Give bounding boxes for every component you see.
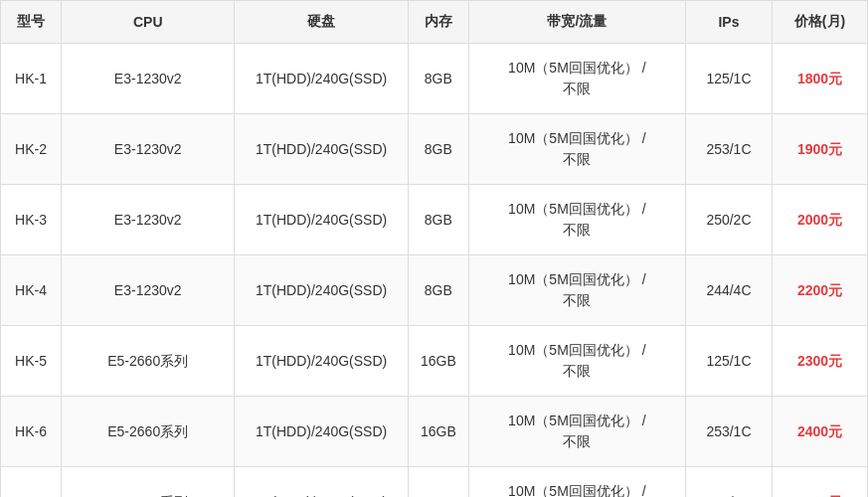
cell-ram: 8GB: [408, 114, 468, 185]
col-header-type: 型号: [1, 1, 62, 44]
cell-cpu: E5-2660系列: [62, 326, 235, 397]
table-row: HK-4E3-1230v21T(HDD)/240G(SSD)8GB10M（5M回…: [1, 255, 868, 326]
cell-type: HK-3: [1, 185, 62, 255]
table-row: HK-7E5-2660系列1T(HDD)/240G(SSD)16GB10M（5M…: [1, 467, 868, 498]
cell-bandwidth: 10M（5M回国优化） /不限: [468, 397, 685, 467]
cell-bandwidth: 10M（5M回国优化） /不限: [468, 44, 685, 114]
cell-ips: 125/1C: [685, 326, 772, 397]
col-header-disk: 硬盘: [235, 1, 408, 44]
cell-price: 1900元: [773, 114, 868, 185]
table-row: HK-1E3-1230v21T(HDD)/240G(SSD)8GB10M（5M回…: [1, 44, 868, 114]
cell-type: HK-2: [1, 114, 62, 185]
cell-price: 2200元: [773, 255, 868, 326]
cell-ram: 8GB: [408, 255, 468, 326]
table-row: HK-2E3-1230v21T(HDD)/240G(SSD)8GB10M（5M回…: [1, 114, 868, 185]
cell-disk: 1T(HDD)/240G(SSD): [235, 255, 408, 326]
cell-ram: 16GB: [408, 397, 468, 467]
cell-type: HK-4: [1, 255, 62, 326]
cell-disk: 1T(HDD)/240G(SSD): [235, 397, 408, 467]
col-header-ram: 内存: [408, 1, 468, 44]
table-row: HK-3E3-1230v21T(HDD)/240G(SSD)8GB10M（5M回…: [1, 185, 868, 255]
cell-ram: 16GB: [408, 326, 468, 397]
cell-type: HK-1: [1, 44, 62, 114]
cell-ips: 253/1C: [685, 114, 772, 185]
cell-price: 2300元: [773, 326, 868, 397]
cell-bandwidth: 10M（5M回国优化） /不限: [468, 185, 685, 255]
cell-price: 1800元: [773, 44, 868, 114]
pricing-table-container: 型号 CPU 硬盘 内存 带宽/流量 IPs 价格(月) HK-1E3-1230…: [0, 0, 868, 497]
cell-ram: 16GB: [408, 467, 468, 498]
cell-ips: 250/2C: [685, 185, 772, 255]
cell-price: 2000元: [773, 185, 868, 255]
cell-type: HK-5: [1, 326, 62, 397]
cell-price: 2400元: [773, 397, 868, 467]
cell-ips: 125/1C: [685, 44, 772, 114]
cell-bandwidth: 10M（5M回国优化） /不限: [468, 114, 685, 185]
cell-bandwidth: 10M（5M回国优化） /不限: [468, 255, 685, 326]
pricing-table: 型号 CPU 硬盘 内存 带宽/流量 IPs 价格(月) HK-1E3-1230…: [0, 0, 868, 497]
cell-ips: 253/1C: [685, 397, 772, 467]
cell-bandwidth: 10M（5M回国优化） /不限: [468, 467, 685, 498]
col-header-price: 价格(月): [773, 1, 868, 44]
cell-cpu: E3-1230v2: [62, 44, 235, 114]
cell-cpu: E3-1230v2: [62, 255, 235, 326]
cell-disk: 1T(HDD)/240G(SSD): [235, 467, 408, 498]
cell-cpu: E5-2660系列: [62, 467, 235, 498]
cell-cpu: E3-1230v2: [62, 114, 235, 185]
cell-disk: 1T(HDD)/240G(SSD): [235, 185, 408, 255]
table-row: HK-5E5-2660系列1T(HDD)/240G(SSD)16GB10M（5M…: [1, 326, 868, 397]
cell-ips: 250/2C: [685, 467, 772, 498]
col-header-bandwidth: 带宽/流量: [468, 1, 685, 44]
cell-disk: 1T(HDD)/240G(SSD): [235, 326, 408, 397]
table-row: HK-6E5-2660系列1T(HDD)/240G(SSD)16GB10M（5M…: [1, 397, 868, 467]
table-header-row: 型号 CPU 硬盘 内存 带宽/流量 IPs 价格(月): [1, 1, 868, 44]
cell-disk: 1T(HDD)/240G(SSD): [235, 114, 408, 185]
cell-cpu: E3-1230v2: [62, 185, 235, 255]
cell-ram: 8GB: [408, 185, 468, 255]
col-header-ips: IPs: [685, 1, 772, 44]
cell-ips: 244/4C: [685, 255, 772, 326]
cell-type: HK-7: [1, 467, 62, 498]
cell-cpu: E5-2660系列: [62, 397, 235, 467]
cell-price: 2600元: [773, 467, 868, 498]
cell-bandwidth: 10M（5M回国优化） /不限: [468, 326, 685, 397]
cell-ram: 8GB: [408, 44, 468, 114]
cell-disk: 1T(HDD)/240G(SSD): [235, 44, 408, 114]
col-header-cpu: CPU: [62, 1, 235, 44]
cell-type: HK-6: [1, 397, 62, 467]
